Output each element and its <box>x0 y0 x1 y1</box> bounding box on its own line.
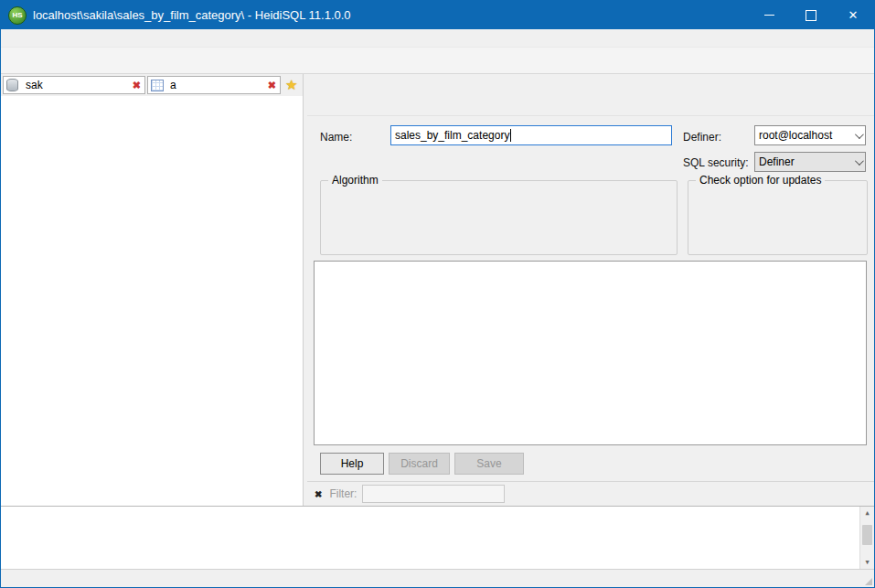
clear-table-filter-icon[interactable]: ✖ <box>266 80 278 91</box>
maximize-icon <box>806 10 816 21</box>
sql-security-value: Definer <box>759 155 795 168</box>
maximize-button[interactable] <box>790 1 832 29</box>
database-filter-box: ✖ <box>3 76 145 94</box>
text-caret <box>510 129 511 142</box>
scrollbar-thumb[interactable] <box>862 525 872 545</box>
filter-input[interactable] <box>362 485 505 503</box>
status-bar <box>1 569 874 587</box>
toolbar <box>1 48 874 74</box>
discard-button[interactable]: Discard <box>389 453 450 475</box>
algorithm-groupbox: Algorithm <box>320 180 678 255</box>
table-filter-box: ✖ <box>147 76 281 94</box>
view-select-code-editor[interactable] <box>314 261 867 445</box>
close-button[interactable]: ✕ <box>832 1 874 29</box>
minimize-icon <box>764 15 774 16</box>
view-options-panel: Name: sales_by_film_category Definer: ro… <box>307 116 875 506</box>
sql-log-lines <box>1 507 874 569</box>
filter-label: Filter: <box>329 487 357 500</box>
name-label: Name: <box>320 131 352 144</box>
filter-bar: ✖ Filter: <box>307 481 875 506</box>
favorites-star-icon[interactable]: ★ <box>285 77 297 93</box>
check-option-groupbox: Check option for updates <box>688 180 868 255</box>
database-tree-panel: ✖ ✖ ★ <box>1 74 304 506</box>
right-panel: Name: sales_by_film_category Definer: ro… <box>307 74 875 506</box>
title-bar: HS localhost\sakila\sales_by_film_catego… <box>1 1 874 29</box>
scroll-up-icon[interactable]: ▲ <box>860 507 874 519</box>
resize-grip[interactable] <box>865 578 872 585</box>
scroll-down-icon[interactable]: ▼ <box>860 556 874 569</box>
definer-label: Definer: <box>683 131 721 144</box>
chevron-down-icon <box>855 156 864 166</box>
window-title: localhost\sakila\sales_by_film_category\… <box>33 8 351 22</box>
main-tab-bar <box>307 74 875 95</box>
sql-log-panel: ▲ ▼ <box>1 506 874 569</box>
sql-security-label: SQL security: <box>683 156 749 169</box>
app-logo-icon: HS <box>8 6 27 25</box>
close-icon: ✕ <box>848 8 859 22</box>
log-scrollbar[interactable]: ▲ ▼ <box>859 507 874 569</box>
minimize-button[interactable] <box>748 1 790 29</box>
definer-combobox[interactable]: root@localhost <box>754 125 866 145</box>
check-option-group-title: Check option for updates <box>696 174 825 187</box>
heidisql-window: HS localhost\sakila\sales_by_film_catego… <box>0 0 875 588</box>
database-filter-input[interactable] <box>24 79 131 91</box>
table-filter-input[interactable] <box>168 79 266 91</box>
algorithm-group-title: Algorithm <box>328 174 382 187</box>
main-area: ✖ ✖ ★ Name: sales_by_film_category <box>1 74 874 506</box>
sql-security-dropdown[interactable]: Definer <box>754 152 866 172</box>
save-button[interactable]: Save <box>454 453 524 475</box>
menu-bar <box>1 29 874 48</box>
clear-database-filter-icon[interactable]: ✖ <box>131 80 143 91</box>
close-filter-icon[interactable]: ✖ <box>315 489 322 499</box>
chevron-down-icon <box>855 130 864 139</box>
definer-value: root@localhost <box>759 129 832 142</box>
database-tree <box>1 96 303 506</box>
view-tab-bar <box>307 95 875 116</box>
view-name-value: sales_by_film_category <box>395 129 509 142</box>
database-filter-icon <box>5 79 19 91</box>
view-name-input[interactable]: sales_by_film_category <box>390 125 672 145</box>
tree-filter-row: ✖ ✖ ★ <box>1 74 303 96</box>
table-filter-icon <box>150 79 164 91</box>
help-button[interactable]: Help <box>320 453 384 475</box>
